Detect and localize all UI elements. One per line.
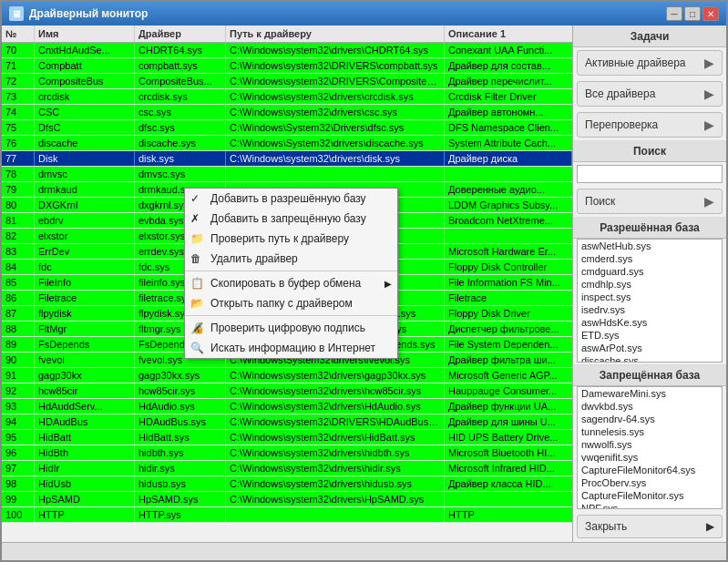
cell-path: C:\Windows\system32\drivers\crcdisk.sys <box>226 89 445 104</box>
col-header-name[interactable]: Имя <box>35 26 135 42</box>
table-row[interactable]: 99 HpSAMD HpSAMD.sys C:\Windows\system32… <box>2 492 572 507</box>
cell-driver: csc.sys <box>135 105 226 119</box>
window-title: Драйверный монитор <box>29 7 148 20</box>
blocked-list-item[interactable]: DamewareMini.sys <box>578 387 722 400</box>
context-menu-item-label: Искать информацию в Интернет <box>210 342 375 354</box>
title-area: 🖥 Драйверный монитор <box>9 6 148 21</box>
allowed-list-item[interactable]: cmderd.sys <box>578 252 722 265</box>
cell-path: C:\Windows\system32\drivers\hidbth.sys <box>226 445 445 460</box>
table-row[interactable]: 77 Disk disk.sys C:\Windows\system32\dri… <box>2 151 572 167</box>
allowed-list-item[interactable]: aswArPot.sys <box>578 342 722 354</box>
cell-desc <box>445 229 572 243</box>
table-row[interactable]: 92 hcw85cir hcw85cir.sys C:\Windows\syst… <box>2 383 572 399</box>
blocked-list-section: DamewareMini.sysdwvkbd.syssagendrv-64.sy… <box>573 386 726 512</box>
maximize-button[interactable]: □ <box>684 6 701 21</box>
table-row[interactable]: 98 HidUsb hidusb.sys C:\Windows\system32… <box>2 476 572 492</box>
table-row[interactable]: 73 crcdisk crcdisk.sys C:\Windows\system… <box>2 89 572 105</box>
all-drivers-button[interactable]: Все драйвера ▶ <box>577 81 723 107</box>
blocked-list-item[interactable]: tunnelesis.sys <box>578 425 722 438</box>
blocked-list-item[interactable]: sagendrv-64.sys <box>578 413 722 425</box>
allowed-list-item[interactable]: isedrv.sys <box>578 303 722 316</box>
cell-path: C:\Windows\System32\Drivers\dfsc.sys <box>226 120 445 135</box>
active-drivers-button[interactable]: Активные драйвера ▶ <box>577 50 723 76</box>
allowed-list-item[interactable]: cmdhlp.sys <box>578 278 722 291</box>
table-row[interactable]: 93 HdAuddServ... HdAudio.sys C:\Windows\… <box>2 399 572 414</box>
table-row[interactable]: 94 HDAudBus HDAudBus.sys C:\Windows\syst… <box>2 414 572 430</box>
context-menu-item-icon: 📁 <box>190 232 204 245</box>
blocked-list-item[interactable]: NPF.sys <box>578 502 722 510</box>
recheck-arrow: ▶ <box>704 118 714 132</box>
table-row[interactable]: 96 HidBth hidbth.sys C:\Windows\system32… <box>2 445 572 461</box>
blocked-list-item[interactable]: dwvkbd.sys <box>578 400 722 413</box>
horizontal-scrollbar[interactable] <box>7 547 721 557</box>
driver-panel: № Имя Драйвер Путь к драйверу Описание 1… <box>2 26 573 542</box>
minimize-button[interactable]: ─ <box>666 6 682 21</box>
blocked-list-item[interactable]: CaptureFileMonitor64.sys <box>578 464 722 476</box>
recheck-button[interactable]: Перепроверка ▶ <box>577 112 723 138</box>
cell-num: 100 <box>2 507 35 522</box>
table-row[interactable]: 74 CSC csc.sys C:\Windows\system32\drive… <box>2 105 572 120</box>
table-row[interactable]: 75 DfsC dfsc.sys C:\Windows\System32\Dri… <box>2 120 572 136</box>
col-header-num[interactable]: № <box>2 26 35 42</box>
col-header-driver[interactable]: Драйвер <box>135 26 226 42</box>
cell-desc <box>445 167 572 181</box>
search-button[interactable]: Поиск ▶ <box>577 189 723 214</box>
cell-name: ebdrv <box>35 213 135 228</box>
blocked-list-item[interactable]: CaptureFileMonitor.sys <box>578 489 722 502</box>
cell-num: 91 <box>2 368 35 383</box>
search-input[interactable] <box>577 165 723 183</box>
context-menu-item[interactable]: 📂Открыть папку с драйвером <box>185 293 397 313</box>
cell-desc: Floppy Disk Driver <box>445 306 572 321</box>
table-row[interactable]: 70 CnxtHdAudSe... CHDRT64.sys C:\Windows… <box>2 43 572 58</box>
cell-desc: Filetrace <box>445 291 572 305</box>
cell-driver: HdAudio.sys <box>135 399 226 414</box>
cell-desc: Microsoft Generic AGP... <box>445 368 572 383</box>
blocked-list-item[interactable]: nwwolfi.sys <box>578 438 722 451</box>
allowed-list-item[interactable]: ETD.sys <box>578 329 722 342</box>
allowed-list[interactable]: aswNetHub.syscmderd.syscmdguard.syscmdhl… <box>577 239 723 363</box>
search-button-arrow: ▶ <box>704 194 714 209</box>
context-menu-item[interactable]: 📁Проверить путь к драйверу <box>185 229 397 249</box>
table-row[interactable]: 71 Compbatt compbatt.sys C:\Windows\syst… <box>2 58 572 74</box>
close-button-right[interactable]: Закрыть ▶ <box>577 515 723 538</box>
close-button[interactable]: ✕ <box>702 6 719 21</box>
allowed-list-item[interactable]: inspect.sys <box>578 291 722 303</box>
cell-num: 95 <box>2 430 35 444</box>
all-drivers-label: Все драйвера <box>585 87 655 100</box>
blocked-list-item[interactable]: ProcOberv.sys <box>578 476 722 489</box>
allowed-list-section: aswNetHub.syscmderd.syscmdguard.syscmdhl… <box>573 239 726 364</box>
allowed-list-item[interactable]: cmdguard.sys <box>578 265 722 278</box>
table-header: № Имя Драйвер Путь к драйверу Описание 1 <box>2 26 572 43</box>
cell-name: ErrDev <box>35 244 135 259</box>
context-menu-item[interactable]: 📋Скопировать в буфер обмена <box>185 273 397 293</box>
allowed-list-item[interactable]: aswHdsKe.sys <box>578 316 722 329</box>
blocked-list-item[interactable]: vwqenifit.sys <box>578 451 722 464</box>
table-row[interactable]: 76 discache discache.sys C:\Windows\Syst… <box>2 136 572 151</box>
cell-desc: Драйвер для состав... <box>445 58 572 73</box>
table-row[interactable]: 91 gagp30kx gagp30kx.sys C:\Windows\syst… <box>2 368 572 383</box>
context-menu: ✓Добавить в разрешённую базу✗Добавить в … <box>184 188 398 359</box>
col-header-path[interactable]: Путь к драйверу <box>226 26 445 42</box>
context-menu-item[interactable]: 🔏Проверить цифровую подпись <box>185 318 397 338</box>
table-row[interactable]: 95 HidBatt HidBatt.sys C:\Windows\system… <box>2 430 572 445</box>
blocked-list[interactable]: DamewareMini.sysdwvkbd.syssagendrv-64.sy… <box>577 386 723 510</box>
table-row[interactable]: 72 CompositeBus CompositeBus... C:\Windo… <box>2 74 572 89</box>
allowed-list-item[interactable]: aswNetHub.sys <box>578 240 722 252</box>
context-menu-item[interactable]: ✓Добавить в разрешённую базу <box>185 189 397 209</box>
context-menu-item-label: Скопировать в буфер обмена <box>210 277 361 290</box>
table-row[interactable]: 100 HTTP HTTP.sys HTTP <box>2 507 572 523</box>
allowed-section-title: Разрешённая база <box>573 217 726 239</box>
cell-name: FltMgr <box>35 322 135 336</box>
context-menu-item[interactable]: 🗑Удалить драйвер <box>185 249 397 269</box>
context-menu-item-label: Проверить путь к драйверу <box>210 232 349 245</box>
cell-desc: Драйвер функции UA... <box>445 399 572 414</box>
context-menu-item[interactable]: 🔍Искать информацию в Интернет <box>185 338 397 358</box>
table-row[interactable]: 97 HidIr hidir.sys C:\Windows\system32\d… <box>2 461 572 476</box>
active-drivers-arrow: ▶ <box>704 56 714 70</box>
context-menu-item-icon: 📂 <box>190 297 204 310</box>
allowed-list-item[interactable]: discache.sys <box>578 354 722 363</box>
cell-desc: Conexant UAA Functi... <box>445 43 572 57</box>
context-menu-item[interactable]: ✗Добавить в запрещённую базу <box>185 209 397 229</box>
table-row[interactable]: 78 dmvsc dmvsc.sys <box>2 167 572 182</box>
col-header-desc[interactable]: Описание 1 <box>445 26 572 42</box>
